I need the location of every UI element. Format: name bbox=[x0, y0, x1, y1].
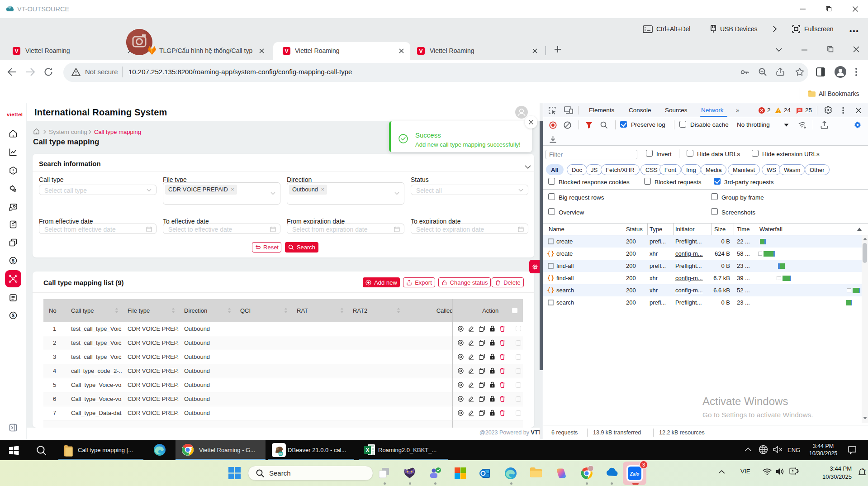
svg-text:Zalo: Zalo bbox=[630, 472, 640, 476]
svg-text:z: z bbox=[864, 467, 866, 472]
svg-text:V: V bbox=[285, 48, 289, 54]
svg-text:CE: CE bbox=[279, 453, 283, 456]
svg-text:z: z bbox=[862, 467, 863, 470]
svg-text:$: $ bbox=[12, 258, 14, 263]
svg-text:V: V bbox=[14, 48, 19, 54]
svg-text:V: V bbox=[419, 48, 423, 54]
svg-text:$: $ bbox=[12, 313, 14, 318]
svg-text:X: X bbox=[365, 447, 369, 453]
